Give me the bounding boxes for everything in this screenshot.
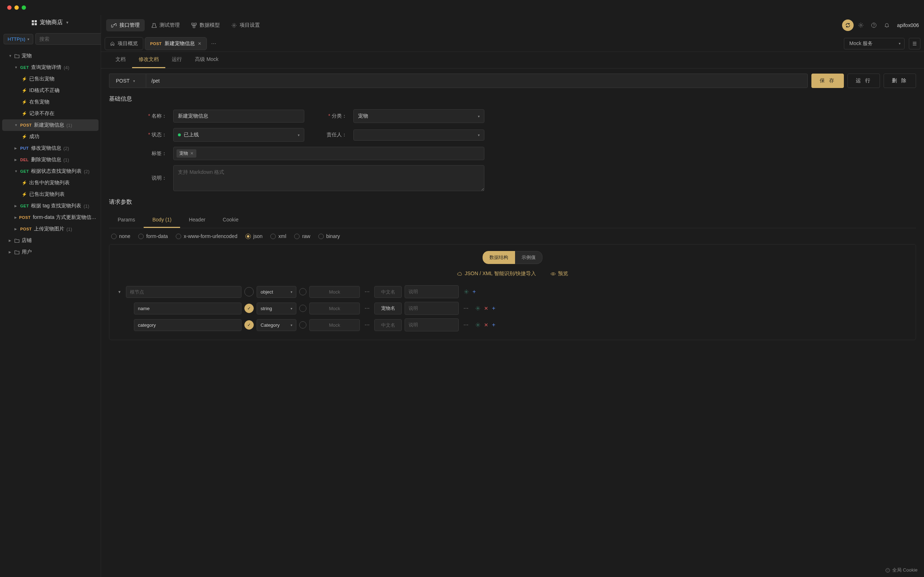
radio-urlencoded[interactable]: x-www-form-urlencoded (176, 233, 237, 239)
list-toggle-button[interactable] (909, 38, 921, 49)
topnav-model[interactable]: 数据模型 (186, 19, 225, 31)
schema-mock-input[interactable]: Mock (309, 319, 360, 331)
schema-type-select[interactable]: string▾ (257, 303, 296, 314)
paramtab-body[interactable]: Body (1) (144, 213, 180, 228)
preview-tool[interactable]: 预览 (551, 271, 568, 277)
tree-case[interactable]: ⚡在售宠物 (2, 96, 99, 108)
tree-api-update[interactable]: ▶ PUT 修改宠物信息 (2) (2, 142, 99, 154)
tree-case[interactable]: ⚡出售中的宠物列表 (2, 177, 99, 189)
tree-case[interactable]: ⚡成功 (2, 131, 99, 142)
tree-case[interactable]: ⚡已售出宠物 (2, 73, 99, 85)
name-input[interactable] (173, 110, 304, 122)
paramtab-cookie[interactable]: Cookie (214, 213, 247, 228)
tree-api-formupdate[interactable]: ▶ POST form-data 方式更新宠物信… (2, 212, 99, 223)
gear-icon[interactable] (475, 306, 480, 311)
more-icon[interactable]: ⋯ (462, 305, 470, 311)
gear-icon[interactable] (475, 322, 480, 327)
close-icon[interactable]: ✕ (198, 41, 201, 46)
search-input[interactable] (36, 33, 107, 45)
add-icon[interactable]: + (492, 305, 495, 311)
radio-formdata[interactable]: form-data (138, 233, 168, 239)
tree-case[interactable]: ⚡已售出宠物列表 (2, 189, 99, 200)
topnav-api[interactable]: 接口管理 (106, 19, 145, 31)
more-icon[interactable]: ⋯ (363, 305, 372, 311)
gear-icon[interactable] (464, 289, 469, 294)
topnav-test[interactable]: 测试管理 (146, 19, 185, 31)
tree-api-query[interactable]: ▼ GET 查询宠物详情 (4) (2, 62, 99, 73)
schema-required-toggle[interactable] (244, 287, 254, 297)
schema-nullable-toggle[interactable] (299, 288, 307, 295)
window-close-button[interactable] (7, 5, 11, 10)
schema-desc-input[interactable]: 说明 (405, 285, 459, 298)
category-select[interactable]: 宠物▾ (353, 109, 485, 123)
sync-button[interactable] (842, 19, 854, 31)
tab-overview[interactable]: 项目概览 (105, 37, 143, 50)
schema-cn-input[interactable] (374, 286, 402, 298)
schema-cn-input[interactable] (374, 319, 402, 331)
import-tool[interactable]: JSON / XML 智能识别/快捷导入 (457, 271, 536, 277)
schema-name-input[interactable] (134, 319, 241, 331)
more-icon[interactable]: ⋯ (363, 289, 372, 295)
switch-data-structure[interactable]: 数据结构 (483, 251, 515, 264)
radio-none[interactable]: none (111, 233, 130, 239)
url-input[interactable] (146, 74, 808, 88)
method-selector[interactable]: POST ▾ (109, 74, 146, 88)
tree-api-findtag[interactable]: ▶ GET 根据 tag 查找宠物列表 (1) (2, 200, 99, 212)
tree-api-findstatus[interactable]: ▼ GET 根据状态查找宠物列表 (2) (2, 166, 99, 177)
radio-binary[interactable]: binary (318, 233, 340, 239)
add-icon[interactable]: + (472, 288, 476, 295)
tree-api-upload[interactable]: ▶ POST 上传宠物图片 (1) (2, 223, 99, 235)
radio-raw[interactable]: raw (294, 233, 310, 239)
schema-desc-input[interactable]: 说明 (405, 302, 459, 315)
bell-icon[interactable] (881, 19, 893, 31)
more-icon[interactable]: ⋯ (208, 39, 219, 48)
username[interactable]: apifox006 (897, 23, 919, 28)
radio-json[interactable]: json (246, 233, 263, 239)
run-button[interactable]: 运 行 (848, 74, 880, 88)
project-selector[interactable]: 宠物商店 ▼ (0, 15, 101, 30)
delete-icon[interactable]: ✕ (484, 305, 488, 311)
delete-button[interactable]: 删 除 (884, 74, 916, 88)
schema-desc-input[interactable]: 说明 (405, 318, 459, 331)
schema-required-toggle[interactable]: ✓ (244, 304, 254, 313)
paramtab-params[interactable]: Params (109, 213, 144, 228)
settings-icon[interactable] (855, 19, 867, 31)
schema-type-select[interactable]: Category▾ (257, 319, 296, 331)
tree-folder-user[interactable]: ▶ 用户 (2, 246, 99, 258)
tag-remove-icon[interactable]: ✕ (190, 151, 194, 156)
subtab-doc[interactable]: 文档 (109, 52, 132, 68)
radio-xml[interactable]: xml (270, 233, 286, 239)
tags-input[interactable]: 宠物✕ (173, 147, 485, 160)
delete-icon[interactable]: ✕ (484, 322, 488, 328)
schema-name-input[interactable] (134, 303, 241, 314)
environment-selector[interactable]: Mock 服务 ▾ (844, 38, 905, 49)
protocol-selector[interactable]: HTTP(s) ▾ (3, 34, 33, 44)
schema-mock-input[interactable]: Mock (309, 303, 360, 314)
window-maximize-button[interactable] (22, 5, 26, 10)
global-cookie-button[interactable]: 全局 Cookie (885, 567, 918, 574)
schema-type-select[interactable]: object▾ (257, 286, 296, 298)
status-select[interactable]: 已上线▾ (173, 128, 304, 142)
more-icon[interactable]: ⋯ (462, 322, 470, 328)
tree-api-delete[interactable]: ▶ DEL 删除宠物信息 (1) (2, 154, 99, 166)
save-button[interactable]: 保 存 (811, 74, 844, 88)
add-icon[interactable]: + (492, 322, 495, 328)
topnav-settings[interactable]: 项目设置 (226, 19, 265, 31)
tree-api-create[interactable]: ▼ POST 新建宠物信息 (1) (2, 119, 99, 131)
subtab-run[interactable]: 运行 (165, 52, 188, 68)
schema-name-input[interactable] (126, 286, 241, 298)
owner-select[interactable]: ▾ (353, 129, 485, 141)
chevron-down-icon[interactable]: ▼ (116, 290, 123, 294)
description-textarea[interactable] (173, 165, 485, 191)
schema-nullable-toggle[interactable] (299, 321, 307, 329)
schema-required-toggle[interactable]: ✓ (244, 320, 254, 330)
tree-case[interactable]: ⚡记录不存在 (2, 108, 99, 119)
tree-folder-shop[interactable]: ▶ 店铺 (2, 235, 99, 246)
more-icon[interactable]: ⋯ (363, 322, 372, 328)
window-minimize-button[interactable] (15, 5, 19, 10)
tab-active-api[interactable]: POST 新建宠物信息 ✕ (145, 37, 207, 50)
help-icon[interactable] (868, 19, 880, 31)
subtab-edit[interactable]: 修改文档 (132, 52, 165, 68)
tree-folder-pet[interactable]: ▼ 宠物 (2, 50, 99, 62)
switch-example[interactable]: 示例值 (515, 251, 543, 264)
